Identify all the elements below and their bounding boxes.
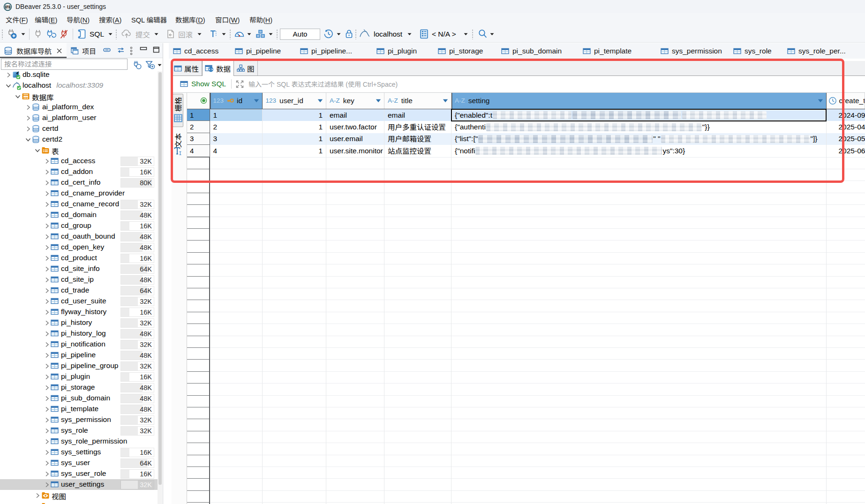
commit-mode-input[interactable] — [280, 29, 320, 40]
cell-create_t-row3[interactable]: 2025-05- — [827, 133, 865, 145]
chevron-right-icon[interactable] — [5, 71, 12, 79]
editor-tab-cd_access[interactable]: cd_access — [173, 43, 218, 59]
cell-title-row1[interactable]: email — [384, 109, 451, 121]
expand-filter-icon[interactable] — [235, 79, 245, 89]
chevron-right-icon[interactable] — [24, 114, 32, 122]
view-menu-icon[interactable] — [129, 46, 133, 55]
editor-tab-sys_permission[interactable]: sys_permission — [661, 43, 722, 59]
menu-item-2[interactable]: 编辑(E) — [35, 15, 57, 24]
tree-item-cd_cname_record[interactable]: cd_cname_record32K — [0, 199, 159, 210]
tree-item-表[interactable]: 表 — [0, 145, 159, 156]
chevron-right-icon[interactable] — [24, 125, 32, 133]
cell-key-row2[interactable]: user.two.factor — [326, 121, 384, 133]
tree-item-数据库[interactable]: 数据库 — [0, 91, 159, 102]
menu-item-3[interactable]: 导航(N) — [67, 15, 90, 24]
maximize-icon[interactable] — [153, 46, 160, 53]
dropdown-caret-icon[interactable] — [337, 33, 341, 36]
cell-user_id-row2[interactable]: 1 — [263, 121, 327, 133]
cell-title-row2[interactable]: 用户多重认证设置 — [384, 121, 451, 133]
tree-item-pi_history_log[interactable]: pi_history_log48K — [0, 328, 159, 339]
chevron-right-icon[interactable] — [43, 255, 51, 262]
filter-connections-icon[interactable] — [145, 60, 156, 70]
dropdown-caret-icon[interactable] — [108, 33, 113, 36]
chevron-right-icon[interactable] — [43, 308, 51, 316]
tree-item-flyway_history[interactable]: flyway_history16K — [0, 307, 159, 317]
tree-item-localhost[interactable]: localhostlocalhost:3309 — [0, 80, 159, 91]
tree-item-pi_pipeline_group[interactable]: pi_pipeline_group32K — [0, 361, 159, 371]
tree-item-pi_pipeline[interactable]: pi_pipeline48K — [0, 350, 159, 361]
tree-item-sys_user[interactable]: sys_user64K — [0, 458, 159, 468]
cell-user_id-row4[interactable]: 1 — [263, 145, 327, 157]
tree-item-cd_cert_info[interactable]: cd_cert_info80K — [0, 177, 159, 188]
cell-create_t-row4[interactable]: 2025-06- — [827, 145, 865, 157]
tree-item-pi_notification[interactable]: pi_notification32K — [0, 339, 159, 350]
rollback-button[interactable]: 回滚 — [165, 26, 193, 42]
close-icon[interactable] — [56, 47, 63, 54]
tree-item-cd_open_key[interactable]: cd_open_key48K — [0, 242, 159, 253]
dropdown-caret-icon[interactable] — [269, 33, 273, 36]
tree-item-cd_group[interactable]: cd_group16K — [0, 220, 159, 231]
editor-tab-pi_plugin[interactable]: pi_plugin — [376, 43, 417, 59]
chevron-right-icon[interactable] — [43, 384, 51, 391]
tree-item-cd_addon[interactable]: cd_addon16K — [0, 166, 159, 177]
tree-item-sys_role[interactable]: sys_role32K — [0, 425, 159, 436]
chevron-right-icon[interactable] — [43, 244, 51, 251]
new-connection-button[interactable] — [6, 26, 18, 42]
tree-scrollbar[interactable] — [158, 71, 162, 504]
cell-setting-row4[interactable]: {"notifiys":30} — [451, 145, 827, 157]
chevron-right-icon[interactable] — [43, 298, 51, 305]
chevron-right-icon[interactable] — [43, 211, 51, 219]
result-tab-1[interactable]: 属性 — [171, 61, 202, 76]
tree-item-certd[interactable]: certd — [0, 123, 159, 134]
chevron-down-icon[interactable] — [34, 147, 41, 154]
chevron-right-icon[interactable] — [43, 222, 51, 230]
chevron-right-icon[interactable] — [43, 352, 51, 359]
navigator-tab-2[interactable]: 项目 — [67, 43, 100, 58]
row-header-1[interactable]: 1 — [187, 109, 210, 121]
caret-down-icon[interactable] — [158, 64, 162, 67]
chevron-right-icon[interactable] — [43, 201, 51, 208]
chevron-right-icon[interactable] — [34, 492, 41, 499]
cell-id-row4[interactable]: 4 — [210, 145, 263, 157]
connect-button[interactable] — [33, 26, 43, 42]
menu-item-4[interactable]: 搜索(A) — [99, 15, 121, 24]
column-menu-caret[interactable] — [818, 99, 823, 103]
chevron-right-icon[interactable] — [43, 470, 51, 478]
chevron-right-icon[interactable] — [43, 276, 51, 284]
chevron-right-icon[interactable] — [43, 319, 51, 327]
chevron-right-icon[interactable] — [43, 438, 51, 445]
chevron-right-icon[interactable] — [43, 427, 51, 435]
column-header-user_id[interactable]: 123user_id — [263, 93, 327, 109]
compose-button[interactable] — [255, 26, 266, 42]
chevron-right-icon[interactable] — [43, 330, 51, 338]
chevron-right-icon[interactable] — [43, 373, 51, 381]
chevron-right-icon[interactable] — [43, 168, 51, 176]
search-button[interactable] — [478, 26, 488, 42]
chevron-right-icon[interactable] — [43, 449, 51, 456]
cell-id-row3[interactable]: 3 — [210, 133, 263, 145]
cell-key-row1[interactable]: email — [326, 109, 384, 121]
tree-item-cd_access[interactable]: cd_access32K — [0, 156, 159, 166]
tree-item-pi_template[interactable]: pi_template48K — [0, 404, 159, 414]
chevron-down-icon[interactable] — [14, 93, 22, 100]
tree-item-certd2[interactable]: certd2 — [0, 134, 159, 145]
menu-item-8[interactable]: 帮助(H) — [249, 15, 272, 24]
dashboard-button[interactable] — [234, 26, 245, 42]
tree-item-cd_site_info[interactable]: cd_site_info64K — [0, 263, 159, 274]
transaction-mode-button[interactable] — [209, 26, 218, 42]
chevron-right-icon[interactable] — [43, 341, 51, 348]
menu-item-5[interactable]: SQL 编辑器 — [131, 15, 167, 24]
active-connection-button[interactable]: localhost — [359, 26, 402, 42]
show-sql-button[interactable]: Show SQL — [180, 80, 226, 88]
tree-item-pi_storage[interactable]: pi_storage48K — [0, 382, 159, 393]
disconnect-button[interactable] — [59, 26, 69, 42]
chevron-right-icon[interactable] — [43, 481, 51, 489]
tree-item-cd_oauth_bound[interactable]: cd_oauth_bound48K — [0, 231, 159, 242]
dropdown-caret-icon[interactable] — [222, 33, 226, 36]
cell-key-row3[interactable]: user.email — [326, 133, 384, 145]
cell-id-row1[interactable]: 1 — [210, 109, 263, 121]
cell-setting-row3[interactable]: {"list":["" ""]} — [451, 133, 827, 145]
column-header-create_t[interactable]: create_t — [827, 93, 865, 109]
tree-item-ai_platform_dex[interactable]: ai_platform_dex — [0, 102, 159, 113]
dropdown-caret-icon[interactable] — [247, 33, 251, 36]
